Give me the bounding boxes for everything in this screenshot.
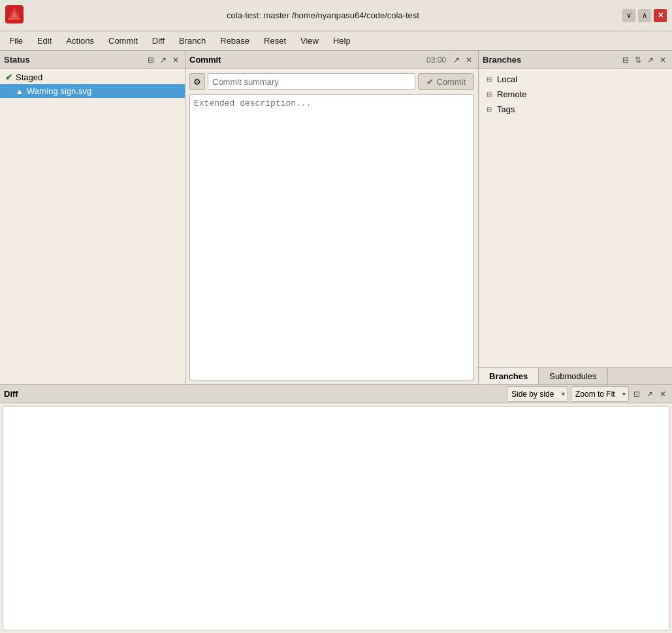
branches-minimize-button[interactable]: ⊟ <box>620 55 631 65</box>
status-panel-controls: ⊟ ↗ ✕ <box>146 55 181 65</box>
view-mode-wrapper: Side by side Unified ▾ <box>507 386 568 402</box>
zoom-wrapper: Zoom to Fit 25% 50% 75% 100% 150% 200% ▾ <box>571 386 629 402</box>
status-close-button[interactable]: ✕ <box>170 55 181 65</box>
diff-content-area <box>3 406 669 630</box>
diff-panel-header: Diff Side by side Unified ▾ Zoom to Fit … <box>0 385 672 403</box>
commit-settings-button[interactable]: ⚙ <box>189 73 205 90</box>
branches-panel: Branches ⊟ ⇅ ↗ ✕ ⊟ Local ⊟ Remote <box>479 51 672 384</box>
branch-tags-label: Tags <box>497 104 515 114</box>
zoom-select[interactable]: Zoom to Fit 25% 50% 75% 100% 150% 200% <box>571 386 629 402</box>
commit-summary-input[interactable] <box>208 73 415 90</box>
diff-close-button[interactable]: ✕ <box>658 389 668 399</box>
diff-controls: Side by side Unified ▾ Zoom to Fit 25% 5… <box>507 386 668 402</box>
branches-list: ⊟ Local ⊟ Remote ⊟ Tags <box>479 69 672 367</box>
branch-local-item[interactable]: ⊟ Local <box>479 72 672 87</box>
branch-remote-label: Remote <box>497 89 527 99</box>
menu-help[interactable]: Help <box>327 34 357 48</box>
menu-diff[interactable]: Diff <box>146 34 171 48</box>
diff-popout-button[interactable]: ↗ <box>645 389 655 399</box>
window-controls: ∨ ∧ ✕ <box>622 9 667 22</box>
staged-label: Staged <box>16 72 42 82</box>
branch-tags-icon: ⊟ <box>487 106 492 113</box>
commit-panel-header: Commit 03:00 ↗ ✕ <box>185 51 478 69</box>
status-panel-header: Status ⊟ ↗ ✕ <box>0 51 185 69</box>
menu-branch[interactable]: Branch <box>172 34 212 48</box>
status-list: ✔ Staged ▲ Warning sign.svg <box>0 69 185 384</box>
menu-actions[interactable]: Actions <box>59 34 101 48</box>
branches-panel-header: Branches ⊟ ⇅ ↗ ✕ <box>479 51 672 69</box>
commit-summary-row: ⚙ ✔ Commit <box>189 73 474 90</box>
top-panels: Status ⊟ ↗ ✕ ✔ Staged ▲ Warning sign.svg <box>0 51 672 385</box>
commit-close-button[interactable]: ✕ <box>464 55 474 65</box>
view-mode-select[interactable]: Side by side Unified <box>507 386 568 402</box>
status-minimize-button[interactable]: ⊟ <box>146 55 156 65</box>
menu-commit[interactable]: Commit <box>102 34 144 48</box>
status-popout-button[interactable]: ↗ <box>158 55 168 65</box>
status-panel: Status ⊟ ↗ ✕ ✔ Staged ▲ Warning sign.svg <box>0 51 185 384</box>
gear-icon: ⚙ <box>193 77 201 87</box>
menu-edit[interactable]: Edit <box>31 34 58 48</box>
commit-form: ⚙ ✔ Commit <box>185 69 478 384</box>
close-button[interactable]: ✕ <box>654 9 667 22</box>
diff-panel-title: Diff <box>4 389 18 399</box>
menu-file[interactable]: File <box>3 34 29 48</box>
menu-rebase[interactable]: Rebase <box>214 34 256 48</box>
branch-remote-item[interactable]: ⊟ Remote <box>479 87 672 102</box>
branch-local-icon: ⊟ <box>487 76 492 83</box>
staged-section: ✔ Staged <box>0 70 185 84</box>
titlebar: cola-test: master /home/nyanpasu64/code/… <box>0 0 672 31</box>
branches-tabs: Branches Submodules <box>479 367 672 384</box>
file-name: Warning sign.svg <box>27 86 91 96</box>
commit-panel-title: Commit <box>189 55 221 65</box>
diff-panel: Diff Side by side Unified ▾ Zoom to Fit … <box>0 385 672 633</box>
tab-branches[interactable]: Branches <box>479 368 539 384</box>
branches-close-button[interactable]: ✕ <box>658 55 668 65</box>
branch-tags-item[interactable]: ⊟ Tags <box>479 102 672 117</box>
branch-local-label: Local <box>497 74 517 84</box>
window-title: cola-test: master /home/nyanpasu64/code/… <box>24 10 622 20</box>
branches-popout-button[interactable]: ↗ <box>645 55 656 65</box>
commit-submit-button[interactable]: ✔ Commit <box>418 73 474 90</box>
staged-checkmark: ✔ <box>5 72 12 82</box>
status-file-item[interactable]: ▲ Warning sign.svg <box>0 84 185 98</box>
commit-panel: Commit 03:00 ↗ ✕ ⚙ ✔ Commit <box>185 51 479 384</box>
app-logo <box>5 5 24 25</box>
branches-sort-button[interactable]: ⇅ <box>633 55 643 65</box>
expand-button[interactable]: ∧ <box>638 9 651 22</box>
main-area: Status ⊟ ↗ ✕ ✔ Staged ▲ Warning sign.svg <box>0 51 672 633</box>
commit-description-input[interactable] <box>189 94 474 380</box>
collapse-button[interactable]: ∨ <box>622 9 635 22</box>
diff-copy-button[interactable]: ⊡ <box>632 389 642 399</box>
commit-panel-controls: ↗ ✕ <box>451 55 474 65</box>
menu-reset[interactable]: Reset <box>257 34 293 48</box>
warning-icon: ▲ <box>16 87 24 96</box>
branches-panel-controls: ⊟ ⇅ ↗ ✕ <box>620 55 668 65</box>
commit-button-label: Commit <box>436 77 466 87</box>
status-panel-title: Status <box>4 55 30 65</box>
menubar: File Edit Actions Commit Diff Branch Reb… <box>0 31 672 51</box>
menu-view[interactable]: View <box>294 34 325 48</box>
commit-time: 03:00 <box>426 55 446 65</box>
commit-check-icon: ✔ <box>426 77 434 87</box>
commit-popout-button[interactable]: ↗ <box>451 55 462 65</box>
branch-remote-icon: ⊟ <box>487 91 492 98</box>
tab-submodules[interactable]: Submodules <box>539 368 607 384</box>
branches-panel-title: Branches <box>483 55 521 65</box>
